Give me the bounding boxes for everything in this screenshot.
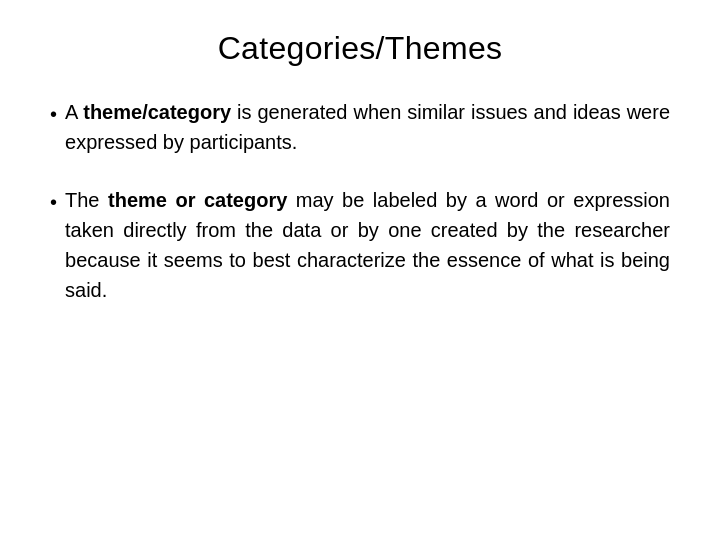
bullet-item-1: • A theme/category is generated when sim… — [50, 97, 670, 157]
bullet-item-2: • The theme or category may be labeled b… — [50, 185, 670, 305]
bullet-text-2: The theme or category may be labeled by … — [65, 185, 670, 305]
bullet-dot-1: • — [50, 99, 57, 129]
content-area: • A theme/category is generated when sim… — [50, 97, 670, 305]
bullet-dot-2: • — [50, 187, 57, 217]
bullet-text-1: A theme/category is generated when simil… — [65, 97, 670, 157]
bold-theme-or-category: theme or category — [108, 189, 287, 211]
bold-theme-category: theme/category — [83, 101, 231, 123]
page-title: Categories/Themes — [50, 30, 670, 67]
